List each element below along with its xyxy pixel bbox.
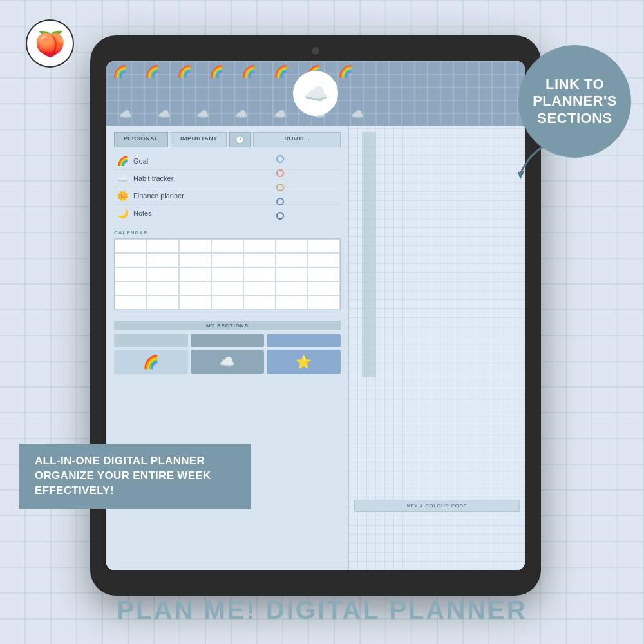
tabs-row: PERSONAL IMPORTANT 🕐 ROUTI... (114, 132, 341, 147)
finance-label: Finance planner (133, 192, 184, 200)
vertical-bar (362, 132, 376, 377)
circle-1 (276, 155, 284, 163)
cal-cell (211, 253, 243, 267)
cal-cell (276, 296, 308, 310)
cal-cell (243, 239, 276, 253)
tablet-camera (312, 47, 319, 55)
tab-routine[interactable]: ROUTI... (253, 132, 341, 147)
cal-cell (115, 239, 147, 253)
notes-icon: 🌙 (117, 208, 128, 218)
cal-cell (276, 267, 308, 281)
menu-item-notes[interactable]: 🌙 Notes (114, 205, 341, 222)
cal-cell (211, 281, 243, 296)
calendar-grid (114, 238, 341, 310)
cal-cell (115, 253, 147, 267)
circle-2 (276, 169, 284, 177)
finance-icon: 🌼 (117, 191, 128, 201)
link-bubble-text: LINK TO PLANNER'S SECTIONS (518, 70, 631, 133)
cal-cell (147, 281, 179, 296)
menu-item-habit[interactable]: ☁️ Habit tracker (114, 170, 341, 187)
section-bottom-2[interactable]: ☁️ (191, 350, 265, 374)
tab-clock[interactable]: 🕐 (229, 132, 251, 147)
header-cloud-circle: ☁️ (293, 71, 338, 116)
goal-icon: 🌈 (117, 156, 128, 166)
right-panel: KEY & COLOUR CODE (349, 126, 525, 570)
banner-line2: ORGANIZE YOUR ENTIRE WEEK EFFECTIVELY! (35, 469, 236, 498)
calendar-section: CALENDAR (114, 230, 341, 310)
tablet-device: 🌈 🌈 🌈 🌈 🌈 🌈 🌈 🌈 ☁️ ☁️ ☁️ ☁️ ☁️ ☁️ ☁️ ☁️ (90, 35, 541, 596)
my-sections-label: MY SECTIONS (114, 321, 341, 330)
cal-cell (179, 296, 211, 310)
cal-cell (115, 296, 147, 310)
habit-label: Habit tracker (133, 175, 173, 182)
cal-cell (179, 267, 211, 281)
cal-cell (211, 296, 243, 310)
goal-label: Goal (133, 157, 148, 165)
menu-item-finance[interactable]: 🌼 Finance planner (114, 187, 341, 205)
menu-item-goal[interactable]: 🌈 Goal (114, 153, 341, 170)
tab-personal[interactable]: PERSONAL (114, 132, 168, 147)
section-top-3[interactable] (267, 334, 341, 347)
cal-cell (147, 239, 179, 253)
notes-label: Notes (133, 209, 152, 217)
cal-cell (147, 253, 179, 267)
cal-cell (179, 239, 211, 253)
cal-cell (179, 253, 211, 267)
cal-cell (115, 281, 147, 296)
cal-cell (243, 281, 276, 296)
cal-cell (308, 296, 340, 310)
cal-cell (211, 239, 243, 253)
cal-cell (276, 253, 308, 267)
cal-cell (276, 281, 308, 296)
circle-5 (276, 212, 284, 220)
cal-cell (147, 267, 179, 281)
sections-grid: 🌈 ☁️ ⭐ (114, 334, 341, 374)
my-sections-area: MY SECTIONS 🌈 ☁️ ⭐ (114, 321, 341, 374)
logo-circle: 🍑 (26, 19, 74, 68)
cal-cell (308, 281, 340, 296)
habit-icon: ☁️ (117, 173, 128, 184)
page-title: PLAN ME! DIGITAL PLANNER (0, 596, 644, 625)
cal-cell (243, 296, 276, 310)
menu-items: 🌈 Goal ☁️ Habit tracker 🌼 Finance planne… (114, 153, 341, 222)
cal-cell (243, 267, 276, 281)
right-panel-inner: KEY & COLOUR CODE (349, 126, 525, 570)
cal-cell (308, 253, 340, 267)
section-bottom-3[interactable]: ⭐ (267, 350, 341, 374)
promotional-banner: ALL-IN-ONE DIGITAL PLANNER ORGANIZE YOUR… (19, 444, 251, 509)
tablet-header: 🌈 🌈 🌈 🌈 🌈 🌈 🌈 🌈 ☁️ ☁️ ☁️ ☁️ ☁️ ☁️ ☁️ ☁️ (106, 61, 525, 126)
cal-cell (308, 267, 340, 281)
circle-indicators (276, 153, 284, 220)
cal-cell (211, 267, 243, 281)
key-section: KEY & COLOUR CODE (354, 500, 520, 512)
banner-line1: ALL-IN-ONE DIGITAL PLANNER (35, 454, 236, 469)
tab-important[interactable]: IMPORTANT (171, 132, 227, 147)
section-top-1[interactable] (114, 334, 188, 347)
cal-cell (276, 239, 308, 253)
cal-cell (147, 296, 179, 310)
section-bottom-1[interactable]: 🌈 (114, 350, 188, 374)
cal-cell (308, 239, 340, 253)
cal-cell (179, 281, 211, 296)
link-bubble: LINK TO PLANNER'S SECTIONS (518, 45, 631, 158)
circle-4 (276, 198, 284, 205)
svg-marker-0 (516, 169, 525, 180)
section-top-2[interactable] (191, 334, 265, 347)
calendar-label: CALENDAR (114, 230, 341, 236)
logo-icon: 🍑 (35, 30, 65, 58)
cal-cell (115, 267, 147, 281)
cal-cell (243, 253, 276, 267)
circle-3 (276, 184, 284, 191)
menu-section: 🌈 Goal ☁️ Habit tracker 🌼 Finance planne… (114, 153, 341, 222)
